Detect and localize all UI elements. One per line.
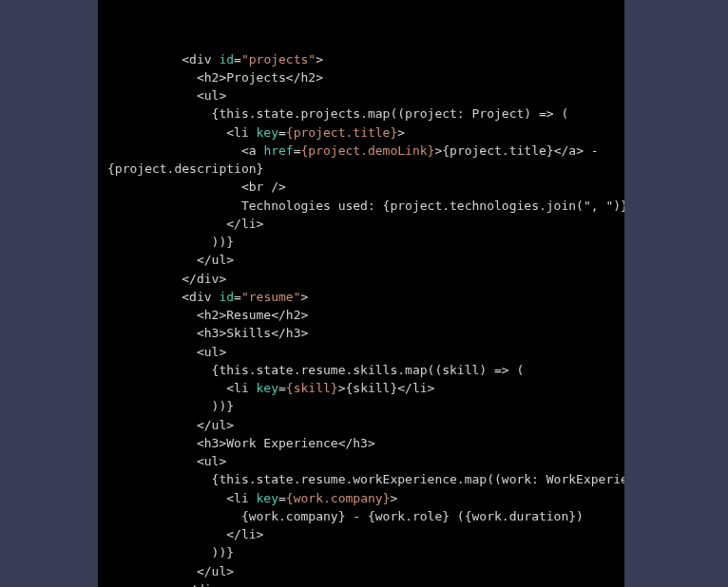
code-line[interactable]: <h3>Skills</h3> — [107, 324, 624, 342]
code-line[interactable]: {this.state.projects.map((project: Proje… — [107, 104, 624, 123]
code-line[interactable]: </li> — [107, 215, 624, 233]
code-editor-panel[interactable]: <div id="projects"> <h2>Projects</h2> <u… — [98, 0, 624, 587]
code-line[interactable]: ))} — [107, 233, 624, 251]
code-line[interactable]: {this.state.resume.workExperience.map((w… — [107, 470, 624, 488]
code-line[interactable]: </div> — [107, 270, 624, 288]
code-line[interactable]: </div> — [107, 580, 624, 587]
code-content: <div id="projects"> <h2>Projects</h2> <u… — [98, 37, 624, 588]
code-line[interactable]: <br /> — [107, 178, 624, 196]
code-line[interactable]: <div id="resume"> — [107, 288, 624, 306]
code-line[interactable]: {work.company} - {work.role} ({work.dura… — [107, 507, 624, 525]
code-line[interactable]: <h2>Projects</h2> — [107, 68, 624, 86]
code-line[interactable]: ))} — [107, 543, 624, 561]
code-line[interactable]: {this.state.resume.skills.map((skill) =>… — [107, 361, 624, 379]
code-line[interactable]: <li key={work.company}> — [107, 489, 624, 507]
code-line[interactable]: </ul> — [107, 416, 624, 434]
code-line[interactable]: <ul> — [107, 452, 624, 470]
code-line[interactable]: <li key={project.title}> — [107, 123, 624, 142]
code-line[interactable]: {project.description} — [107, 160, 624, 178]
code-line[interactable]: </ul> — [107, 251, 624, 269]
code-line[interactable]: <h3>Work Experience</h3> — [107, 434, 624, 452]
code-line[interactable]: <h2>Resume</h2> — [107, 306, 624, 324]
code-line[interactable]: <ul> — [107, 86, 624, 104]
code-line[interactable]: ))} — [107, 397, 624, 415]
code-line[interactable]: Technologies used: {project.technologies… — [107, 197, 624, 215]
code-line[interactable]: </ul> — [107, 562, 624, 580]
code-line[interactable]: <li key={skill}>{skill}</li> — [107, 379, 624, 397]
code-line[interactable]: <div id="projects"> — [107, 50, 624, 68]
code-line[interactable]: </li> — [107, 525, 624, 543]
code-line[interactable]: <a href={project.demoLink}>{project.titl… — [107, 142, 624, 160]
code-line[interactable]: <ul> — [107, 343, 624, 361]
